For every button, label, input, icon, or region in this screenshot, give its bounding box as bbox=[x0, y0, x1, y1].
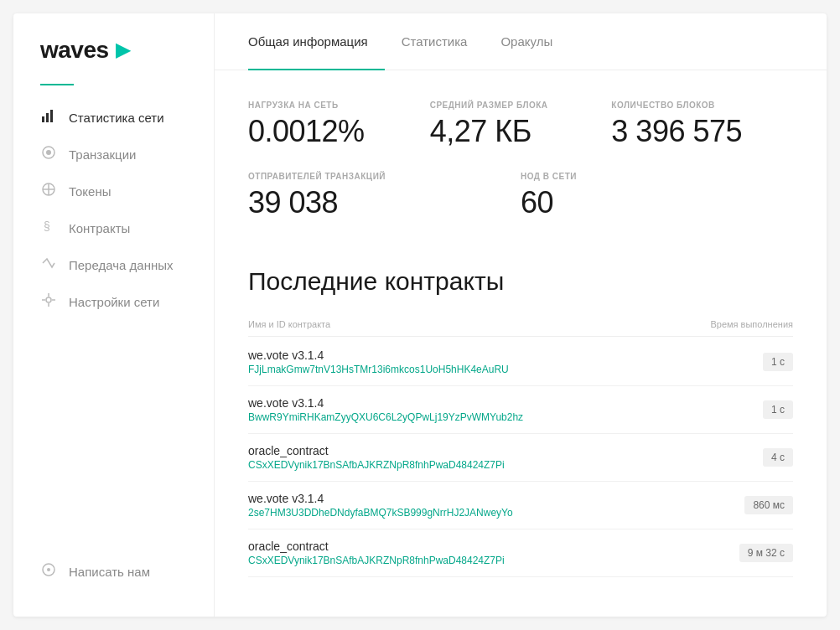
stat-value-senders: 39 038 bbox=[248, 186, 495, 219]
sidebar-divider bbox=[40, 84, 74, 85]
contract-row-1[interactable]: we.vote v3.1.4BwwR9YmiRHKamZyyQXU6C6L2yQ… bbox=[248, 386, 793, 434]
sidebar-item-label-transactions: Транзакции bbox=[69, 147, 136, 162]
svg-point-15 bbox=[47, 568, 50, 571]
contract-id-0: FJjLmakGmw7tnV13HsTMr13i6mkcos1UoH5hHK4e… bbox=[248, 364, 509, 375]
sidebar-item-network_settings[interactable]: Настройки сети bbox=[13, 283, 214, 320]
stat-label-senders: ОТПРАВИТЕЛЕЙ ТРАНЗАКЦИЙ bbox=[248, 172, 495, 181]
logo-icon: ▶ bbox=[116, 39, 130, 61]
transactions-icon bbox=[40, 145, 57, 163]
table-header-time: Время выполнения bbox=[710, 319, 793, 329]
contract-id-4: CSxXEDVynik17BnSAfbAJKRZNpR8fnhPwaD48424… bbox=[248, 555, 505, 566]
logo-area: waves ▶ bbox=[13, 13, 214, 84]
stat-value-block_size: 4,27 КБ bbox=[430, 115, 587, 148]
contract-id-2: CSxXEDVynik17BnSAfbAJKRZNpR8fnhPwaD48424… bbox=[248, 459, 505, 471]
stat-label-block_size: СРЕДНИЙ РАЗМЕР БЛОКА bbox=[430, 101, 587, 110]
sidebar-item-label-contracts: Контракты bbox=[69, 221, 130, 235]
contract-name-4: oracle_contract bbox=[248, 540, 505, 553]
sidebar-item-label-network_settings: Настройки сети bbox=[69, 295, 159, 309]
contract-row-3[interactable]: we.vote v3.1.42se7HM3U3DDheDNdyfaBMQ7kSB… bbox=[248, 482, 793, 529]
svg-point-4 bbox=[46, 150, 51, 155]
contract-name-1: we.vote v3.1.4 bbox=[248, 396, 523, 410]
svg-rect-1 bbox=[46, 113, 49, 122]
contract-time-1: 1 с bbox=[763, 400, 793, 419]
sidebar-nav: Статистика сетиТранзакцииТокены§Контракт… bbox=[13, 92, 214, 536]
contracts-section: Последние контракты Имя и ID контракта В… bbox=[215, 259, 827, 602]
contract-name-2: oracle_contract bbox=[248, 444, 505, 457]
sidebar-item-label-stats: Статистика сети bbox=[69, 111, 164, 125]
sidebar-item-contracts[interactable]: §Контракты bbox=[13, 209, 214, 246]
contract-row-2[interactable]: oracle_contractCSxXEDVynik17BnSAfbAJKRZN… bbox=[248, 434, 793, 482]
svg-rect-0 bbox=[42, 116, 44, 122]
sidebar-item-transactions[interactable]: Транзакции bbox=[13, 136, 214, 173]
contract-id-3: 2se7HM3U3DDheDNdyfaBMQ7kSB999gNrrHJ2JANw… bbox=[248, 507, 513, 519]
contract-left-1: we.vote v3.1.4BwwR9YmiRHKamZyyQXU6C6L2yQ… bbox=[248, 396, 523, 423]
stats-icon bbox=[40, 108, 57, 127]
stats-row-1: НАГРУЗКА НА СЕТЬ0.0012%СРЕДНИЙ РАЗМЕР БЛ… bbox=[248, 101, 793, 148]
contract-left-0: we.vote v3.1.4FJjLmakGmw7tnV13HsTMr13i6m… bbox=[248, 349, 509, 375]
stat-load: НАГРУЗКА НА СЕТЬ0.0012% bbox=[248, 101, 430, 148]
data-icon bbox=[40, 256, 57, 274]
main-content: Общая информацияСтатистикаОракулы НАГРУЗ… bbox=[215, 13, 827, 617]
contract-left-4: oracle_contractCSxXEDVynik17BnSAfbAJKRZN… bbox=[248, 540, 505, 566]
network_settings-icon bbox=[40, 292, 57, 311]
contracts-table-header: Имя и ID контракта Время выполнения bbox=[248, 312, 793, 337]
contract-time-4: 9 м 32 с bbox=[739, 544, 793, 562]
stat-nodes: НОД В СЕТИ60 bbox=[521, 172, 793, 219]
logo-text: waves bbox=[40, 37, 109, 64]
contract-row-4[interactable]: oracle_contractCSxXEDVynik17BnSAfbAJKRZN… bbox=[248, 529, 793, 577]
top-nav: Общая информацияСтатистикаОракулы bbox=[215, 13, 827, 70]
sidebar-item-stats[interactable]: Статистика сети bbox=[13, 99, 214, 136]
contract-time-0: 1 с bbox=[763, 353, 793, 371]
table-header-name: Имя и ID контракта bbox=[248, 319, 330, 329]
tokens-icon bbox=[40, 182, 57, 200]
sidebar-item-label-data: Передача данных bbox=[69, 258, 174, 272]
stat-value-load: 0.0012% bbox=[248, 115, 405, 148]
contract-left-3: we.vote v3.1.42se7HM3U3DDheDNdyfaBMQ7kSB… bbox=[248, 492, 513, 519]
contract-time-3: 860 мс bbox=[744, 496, 793, 514]
sidebar-bottom: Написать нам bbox=[13, 536, 214, 617]
contract-time-2: 4 с bbox=[763, 448, 793, 467]
stats-row-2: ОТПРАВИТЕЛЕЙ ТРАНЗАКЦИЙ39 038НОД В СЕТИ6… bbox=[248, 172, 793, 219]
sidebar: waves ▶ Статистика сетиТранзакцииТокены§… bbox=[13, 13, 215, 617]
contracts-list: we.vote v3.1.4FJjLmakGmw7tnV13HsTMr13i6m… bbox=[248, 338, 793, 577]
stat-block_count: КОЛИЧЕСТВО БЛОКОВ3 396 575 bbox=[611, 101, 793, 148]
stat-label-block_count: КОЛИЧЕСТВО БЛОКОВ bbox=[611, 101, 768, 110]
stat-value-block_count: 3 396 575 bbox=[611, 115, 768, 148]
contact-icon bbox=[40, 562, 57, 581]
contract-left-2: oracle_contractCSxXEDVynik17BnSAfbAJKRZN… bbox=[248, 444, 505, 471]
contract-row-0[interactable]: we.vote v3.1.4FJjLmakGmw7tnV13HsTMr13i6m… bbox=[248, 338, 793, 386]
contract-name-0: we.vote v3.1.4 bbox=[248, 349, 509, 362]
stat-block_size: СРЕДНИЙ РАЗМЕР БЛОКА4,27 КБ bbox=[430, 101, 612, 148]
stat-label-nodes: НОД В СЕТИ bbox=[521, 172, 768, 181]
contracts-title: Последние контракты bbox=[248, 267, 793, 296]
contracts-icon: § bbox=[40, 219, 57, 237]
stat-value-nodes: 60 bbox=[521, 186, 768, 219]
sidebar-bottom-item-contact[interactable]: Написать нам bbox=[40, 553, 187, 590]
svg-text:§: § bbox=[44, 219, 50, 233]
sidebar-item-tokens[interactable]: Токены bbox=[13, 173, 214, 209]
stats-section: НАГРУЗКА НА СЕТЬ0.0012%СРЕДНИЙ РАЗМЕР БЛ… bbox=[215, 70, 827, 259]
tab-stats[interactable]: Статистика bbox=[385, 13, 485, 70]
svg-point-9 bbox=[46, 297, 51, 302]
tab-oracles[interactable]: Оракулы bbox=[484, 13, 569, 70]
contract-id-1: BwwR9YmiRHKamZyyQXU6C6L2yQPwLj19YzPvWMYu… bbox=[248, 411, 523, 423]
contract-name-3: we.vote v3.1.4 bbox=[248, 492, 513, 505]
sidebar-item-data[interactable]: Передача данных bbox=[13, 246, 214, 283]
svg-rect-2 bbox=[50, 110, 53, 122]
sidebar-bottom-label-contact: Написать нам bbox=[69, 565, 150, 579]
tab-general[interactable]: Общая информация bbox=[248, 13, 385, 70]
sidebar-item-label-tokens: Токены bbox=[69, 184, 111, 199]
stat-label-load: НАГРУЗКА НА СЕТЬ bbox=[248, 101, 405, 110]
stat-senders: ОТПРАВИТЕЛЕЙ ТРАНЗАКЦИЙ39 038 bbox=[248, 172, 521, 219]
